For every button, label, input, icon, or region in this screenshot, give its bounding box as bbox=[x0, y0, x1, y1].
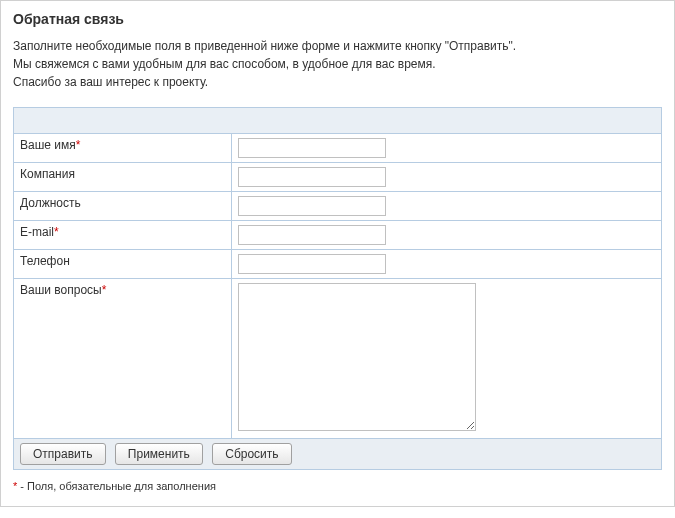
company-input[interactable] bbox=[238, 167, 386, 187]
label-phone: Телефон bbox=[20, 254, 70, 268]
row-email: E-mail* bbox=[14, 221, 662, 250]
footnote: * - Поля, обязательные для заполнения bbox=[13, 480, 662, 492]
buttons-row: Отправить Применить Сбросить bbox=[14, 439, 662, 470]
label-name-cell: Ваше имя* bbox=[14, 134, 232, 163]
input-company-cell bbox=[232, 163, 662, 192]
submit-button[interactable]: Отправить bbox=[20, 443, 106, 465]
required-marker: * bbox=[54, 225, 59, 239]
row-company: Компания bbox=[14, 163, 662, 192]
label-email-cell: E-mail* bbox=[14, 221, 232, 250]
questions-textarea[interactable] bbox=[238, 283, 476, 431]
form-table: Ваше имя* Компания Должность E-m bbox=[13, 107, 662, 470]
label-questions: Ваши вопросы bbox=[20, 283, 102, 297]
required-marker: * bbox=[102, 283, 107, 297]
intro-text: Заполните необходимые поля в приведенной… bbox=[13, 37, 662, 91]
email-input[interactable] bbox=[238, 225, 386, 245]
footnote-text: - Поля, обязательные для заполнения bbox=[17, 480, 216, 492]
label-email: E-mail bbox=[20, 225, 54, 239]
row-name: Ваше имя* bbox=[14, 134, 662, 163]
label-phone-cell: Телефон bbox=[14, 250, 232, 279]
label-company-cell: Компания bbox=[14, 163, 232, 192]
form-header-row bbox=[14, 108, 662, 134]
row-phone: Телефон bbox=[14, 250, 662, 279]
label-company: Компания bbox=[20, 167, 75, 181]
apply-button[interactable]: Применить bbox=[115, 443, 203, 465]
position-input[interactable] bbox=[238, 196, 386, 216]
page-title: Обратная связь bbox=[13, 11, 662, 27]
intro-line-2: Мы свяжемся с вами удобным для вас спосо… bbox=[13, 57, 436, 71]
input-position-cell bbox=[232, 192, 662, 221]
input-email-cell bbox=[232, 221, 662, 250]
row-position: Должность bbox=[14, 192, 662, 221]
intro-line-1: Заполните необходимые поля в приведенной… bbox=[13, 39, 516, 53]
feedback-form-container: Обратная связь Заполните необходимые пол… bbox=[0, 0, 675, 507]
row-questions: Ваши вопросы* bbox=[14, 279, 662, 439]
label-questions-cell: Ваши вопросы* bbox=[14, 279, 232, 439]
intro-line-3: Спасибо за ваш интерес к проекту. bbox=[13, 75, 208, 89]
label-position: Должность bbox=[20, 196, 81, 210]
input-phone-cell bbox=[232, 250, 662, 279]
phone-input[interactable] bbox=[238, 254, 386, 274]
required-marker: * bbox=[76, 138, 81, 152]
input-questions-cell bbox=[232, 279, 662, 439]
input-name-cell bbox=[232, 134, 662, 163]
label-name: Ваше имя bbox=[20, 138, 76, 152]
name-input[interactable] bbox=[238, 138, 386, 158]
reset-button[interactable]: Сбросить bbox=[212, 443, 291, 465]
label-position-cell: Должность bbox=[14, 192, 232, 221]
